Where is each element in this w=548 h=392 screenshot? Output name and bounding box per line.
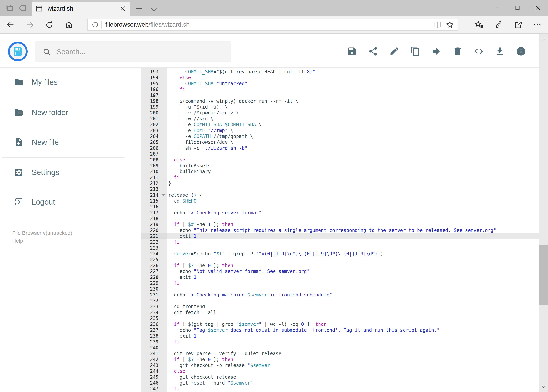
code-line-209[interactable]: 209 buildAssets <box>126 163 539 169</box>
share-button[interactable] <box>368 46 378 56</box>
hub-favorites-icon[interactable] <box>475 20 484 29</box>
code-text[interactable]: -e COMMIT_SHA=$COMMIT_SHA \ <box>167 122 539 128</box>
page-scrollbar[interactable] <box>539 34 548 392</box>
tab-dropdown-icon[interactable] <box>149 5 158 12</box>
code-line-194[interactable]: 194 else <box>126 75 539 81</box>
code-text[interactable]: cd $REPO <box>167 198 539 204</box>
code-line-192[interactable]: 192 if [ -d .git ]; then <box>126 68 539 69</box>
code-text[interactable]: fi <box>167 239 539 245</box>
web-note-pen-icon[interactable] <box>494 20 503 29</box>
code-text[interactable]: fi <box>167 280 539 286</box>
code-line-197[interactable]: 197 <box>126 92 539 98</box>
code-line-232[interactable]: 232 <box>126 298 539 304</box>
code-text[interactable]: if [ -d .git ]; then <box>167 68 539 69</box>
code-line-224[interactable]: 224 semver=$(echo "$1" | grep -P '^v(0|[… <box>126 251 539 257</box>
code-line-236[interactable]: 236 if [ $(git tag | grep "$semver" | wc… <box>126 321 539 327</box>
code-text[interactable]: -v /$(pwd):/src:z \ <box>167 110 539 116</box>
code-text[interactable]: buildAssets <box>167 163 539 169</box>
code-text[interactable]: echo "Not valid semver format. See semve… <box>167 268 539 274</box>
back-icon[interactable] <box>6 20 15 29</box>
code-text[interactable]: else <box>167 157 539 163</box>
code-line-227[interactable]: 227 echo "Not valid semver format. See s… <box>126 268 539 274</box>
home-icon[interactable] <box>64 20 73 29</box>
url-bar[interactable]: filebrowser.web/files/wizard.sh <box>87 19 458 30</box>
code-line-247[interactable]: 247 fi <box>126 386 539 392</box>
minimize-button[interactable] <box>487 0 507 16</box>
code-text[interactable] <box>167 204 539 210</box>
tabs-aside-icon[interactable] <box>18 3 27 12</box>
code-line-196[interactable]: 196 fi <box>126 86 539 92</box>
code-line-242[interactable]: 242 if [ $? -ne 0 ]; then <box>126 357 539 363</box>
browser-tab[interactable]: wizard.sh <box>32 1 130 16</box>
code-line-217[interactable]: 217 echo "> Checking semver format" <box>126 210 539 216</box>
code-line-240[interactable]: 240 <box>126 345 539 351</box>
code-line-206[interactable]: 206 sh -c "./wizard.sh -b" <box>126 145 539 151</box>
code-line-228[interactable]: 228 exit 1 <box>126 274 539 280</box>
forward-icon[interactable] <box>26 20 35 29</box>
code-line-199[interactable]: 199 -u "$(id -u)" \ <box>126 104 539 110</box>
help-link[interactable]: Help <box>12 237 72 245</box>
code-line-215[interactable]: 215 cd $REPO <box>126 198 539 204</box>
code-line-238[interactable]: 238 exit 1 <box>126 333 539 339</box>
close-window-button[interactable] <box>528 0 548 16</box>
sidebar-item-settings[interactable]: Settings <box>0 164 126 181</box>
code-text[interactable]: -u "$(id -u)" \ <box>167 104 539 110</box>
code-line-235[interactable]: 235 <box>126 315 539 321</box>
code-line-219[interactable]: 219 if [ $# -ne 1 ]; then <box>126 222 539 227</box>
code-text[interactable] <box>167 286 539 292</box>
code-line-204[interactable]: 204 -e GOPATH=//tmp/gopath \ <box>126 133 539 139</box>
url-text[interactable]: filebrowser.web/files/wizard.sh <box>105 21 433 28</box>
code-text[interactable]: if [ $(git tag | grep "$semver" | wc -l)… <box>167 321 539 327</box>
code-line-243[interactable]: 243 git checkout -b release "$semver" <box>126 363 539 368</box>
code-line-221[interactable]: 221 exit 1 <box>126 233 539 239</box>
code-text[interactable] <box>167 315 539 321</box>
code-text[interactable] <box>167 257 539 263</box>
code-line-200[interactable]: 200 -v /$(pwd):/src:z \ <box>126 110 539 116</box>
code-line-202[interactable]: 202 -e COMMIT_SHA=$COMMIT_SHA \ <box>126 122 539 128</box>
code-text[interactable]: COMMIT_SHA="untracked" <box>167 81 539 86</box>
forward-button[interactable] <box>431 46 442 56</box>
code-line-198[interactable]: 198 $(command -v winpty) docker run --rm… <box>126 98 539 104</box>
code-text[interactable] <box>167 151 539 157</box>
code-text[interactable]: $(command -v winpty) docker run --rm -it… <box>167 98 539 104</box>
code-line-233[interactable]: 233 cd frontend <box>126 304 539 310</box>
code-line-226[interactable]: 226 if [ $? -ne 0 ]; then <box>126 263 539 268</box>
sidebar-item-logout[interactable]: Logout <box>0 193 126 211</box>
search-bar[interactable] <box>35 41 231 62</box>
floppy-disk-logo[interactable] <box>8 42 28 61</box>
code-text[interactable]: git rev-parse --verify --quiet release <box>167 351 539 357</box>
code-text[interactable]: echo "> Checking matching $semver in fro… <box>167 292 539 298</box>
new-tab-icon[interactable] <box>135 4 143 12</box>
code-text[interactable]: exit 1 <box>167 274 539 280</box>
code-text[interactable]: semver=$(echo "$1" | grep -P '^v(0|[1-9]… <box>167 251 539 257</box>
code-line-212[interactable]: 212} <box>126 181 539 186</box>
code-text[interactable]: fi <box>167 86 539 92</box>
sidebar-item-my-files[interactable]: My files <box>0 73 126 91</box>
maximize-button[interactable] <box>507 0 528 16</box>
download-button[interactable] <box>495 46 505 56</box>
close-tab-icon[interactable] <box>119 5 127 13</box>
code-line-205[interactable]: 205 filebrowser/dev \ <box>126 139 539 145</box>
save-button[interactable] <box>347 46 357 56</box>
code-text[interactable]: else <box>167 368 539 374</box>
code-text[interactable]: if [ $# -ne 1 ]; then <box>167 222 539 227</box>
code-button[interactable] <box>474 46 484 56</box>
code-text[interactable]: exit 1 <box>167 333 539 339</box>
code-text[interactable] <box>167 345 539 351</box>
more-ellipsis-icon[interactable] <box>533 20 542 29</box>
code-line-241[interactable]: 241 git rev-parse --verify --quiet relea… <box>126 351 539 357</box>
code-line-218[interactable]: 218 <box>126 216 539 222</box>
code-text[interactable]: -w //src \ <box>167 116 539 122</box>
code-line-237[interactable]: 237 echo "Tag $semver does not exist in … <box>126 327 539 333</box>
sidebar-item-new-file[interactable]: New file <box>0 133 126 151</box>
code-text[interactable]: git checkout -b release "$semver" <box>167 363 539 368</box>
code-line-220[interactable]: 220 echo "This release script requires a… <box>126 227 539 233</box>
code-line-201[interactable]: 201 -w //src \ <box>126 116 539 122</box>
scroll-down-icon[interactable] <box>539 382 548 392</box>
code-text[interactable]: else <box>167 75 539 81</box>
code-text[interactable]: fi <box>167 339 539 345</box>
reading-view-icon[interactable] <box>433 20 442 29</box>
code-text[interactable]: } <box>167 181 539 186</box>
code-text[interactable]: filebrowser/dev \ <box>167 139 539 145</box>
code-line-195[interactable]: 195 COMMIT_SHA="untracked" <box>126 81 539 86</box>
